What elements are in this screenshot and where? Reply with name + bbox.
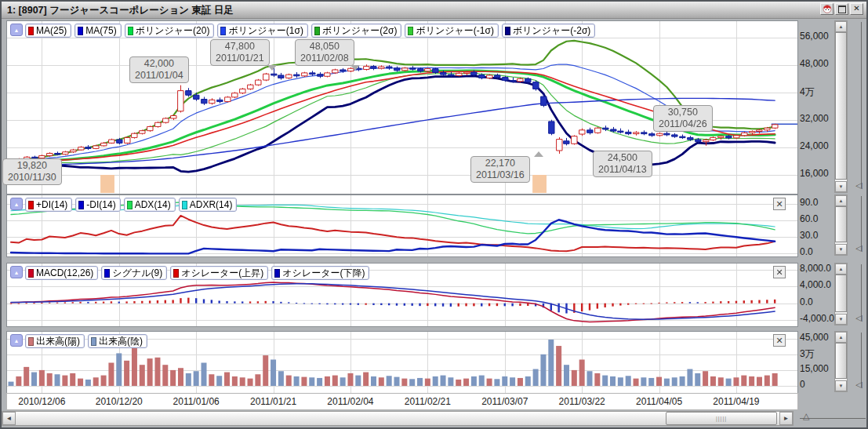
volume-legend-button-0[interactable]: 出来高(陽)	[25, 334, 85, 348]
price-panel-vscrollbar[interactable]: ▲ ▼	[834, 20, 848, 193]
volume-ytick-label: 15,000	[800, 363, 829, 374]
legend-swatch-icon	[220, 27, 226, 35]
macd-ytick-label: -4,000.0	[800, 313, 834, 324]
x-axis-date-label: 2011/02/04	[315, 396, 386, 407]
annotation-callout: 42,0002011/01/04	[129, 56, 189, 83]
mascot-icon[interactable]	[820, 3, 833, 15]
scroll-down-button[interactable]: ▼	[835, 380, 847, 391]
scroll-down-button[interactable]: ▼	[835, 181, 847, 192]
scroll-up-button[interactable]: ▲	[835, 264, 847, 274]
scroll-up-button[interactable]: ▲	[835, 195, 847, 206]
price-ytick-label: 32,000	[800, 113, 829, 124]
hzoom-handle-icon[interactable]: △	[803, 412, 809, 420]
price-ytick-label: 4万	[800, 85, 815, 99]
x-axis-date-label: 2011/03/22	[547, 396, 617, 407]
price-legend-button-3[interactable]: ボリンジャー(1σ)	[217, 24, 307, 38]
close-window-button[interactable]: ✕	[850, 3, 863, 15]
macd-legend-button-0[interactable]: MACD(12,26)	[25, 266, 98, 280]
macd-legend: MACD(12,26)シグナル(9)オシレーター(上昇)オシレーター(下降)	[25, 266, 369, 280]
annotation-price: 24,500	[598, 152, 647, 164]
macd-legend-button-3[interactable]: オシレーター(下降)	[271, 266, 369, 280]
x-axis-date-label: 2011/04/19	[701, 396, 772, 407]
scroll-up-button[interactable]: ▲	[835, 332, 847, 343]
volume-chart-panel: ▲ 出来高(陽)出来高(陰) ✕	[6, 331, 798, 394]
horizontal-scrollbar[interactable]: ◄ ||||| ►	[2, 411, 794, 426]
x-axis-date-label: 2011/02/21	[392, 396, 463, 407]
title-bar[interactable]: 1: [8907] フージャースコーポレーション 東証 日足 ✕	[2, 2, 866, 19]
scroll-down-button[interactable]: ▼	[835, 314, 847, 325]
close-panel-button[interactable]: ✕	[773, 266, 786, 278]
dmi-vzoom-handle-icon[interactable]: ◁	[855, 244, 862, 252]
price-legend-button-2[interactable]: ボリンジャー(20)	[125, 24, 215, 38]
price-ytick-label: 24,000	[800, 140, 829, 151]
legend-swatch-icon	[104, 269, 110, 278]
dmi-legend-button-0[interactable]: +DI(14)	[25, 198, 72, 212]
scroll-up-button[interactable]: ▲	[835, 21, 847, 32]
collapse-panel-button[interactable]: ▲	[10, 334, 23, 347]
close-panel-button[interactable]: ✕	[773, 334, 786, 347]
scroll-right-button[interactable]: ►	[779, 412, 793, 425]
legend-label: ADXR(14)	[190, 199, 233, 210]
collapse-panel-button[interactable]: ▲	[10, 198, 23, 210]
collapse-panel-button[interactable]: ▲	[10, 266, 23, 278]
scroll-left-button[interactable]: ◄	[2, 412, 16, 425]
dmi-panel-vscrollbar[interactable]: ▲ ▼	[834, 195, 848, 256]
legend-label: +DI(14)	[36, 199, 67, 210]
annotation-price: 47,800	[216, 41, 264, 53]
legend-label: シグナル(9)	[112, 267, 162, 280]
legend-swatch-icon	[128, 27, 133, 35]
close-panel-button[interactable]: ✕	[773, 198, 786, 210]
price-legend: MA(25)MA(75)ボリンジャー(20)ボリンジャー(1σ)ボリンジャー(2…	[25, 24, 595, 38]
macd-ytick-label: 0.0	[800, 296, 813, 307]
macd-legend-button-2[interactable]: オシレーター(上昇)	[170, 266, 268, 280]
volume-vzoom-handle-icon[interactable]: ◁	[855, 380, 862, 388]
legend-label: MA(75)	[85, 25, 116, 36]
dmi-legend-button-2[interactable]: ADX(14)	[124, 198, 176, 212]
dmi-ytick-label: 90.0	[800, 197, 818, 208]
volume-panel-vscrollbar[interactable]: ▲ ▼	[834, 331, 848, 392]
legend-swatch-icon	[182, 201, 187, 209]
dmi-legend-button-1[interactable]: -DI(14)	[75, 198, 120, 212]
hzoom-slider[interactable]	[800, 418, 866, 419]
annotation-pointer-icon	[534, 151, 543, 157]
annotation-date: 2011/04/13	[598, 164, 647, 176]
collapse-panel-button[interactable]: ▲	[10, 24, 23, 36]
macd-panel-vscrollbar[interactable]: ▲ ▼	[834, 263, 848, 325]
macd-legend-button-1[interactable]: シグナル(9)	[101, 266, 167, 280]
x-axis-date-label: 2010/12/20	[84, 396, 154, 407]
annotation-price: 19,820	[8, 160, 56, 172]
annotation-callout: 47,8002011/01/21	[210, 39, 270, 66]
scrollbar-thumb[interactable]	[835, 206, 847, 242]
legend-swatch-icon	[91, 337, 96, 346]
dmi-ytick-label: 0.0	[800, 246, 813, 257]
hscrollbar-thumb[interactable]: |||||	[666, 412, 777, 425]
scrollbar-thumb[interactable]	[835, 32, 847, 180]
price-legend-button-6[interactable]: ボリンジャー(-2σ)	[502, 24, 595, 38]
price-vzoom-slider[interactable]	[861, 22, 862, 188]
annotation-callout: 48,0502011/02/08	[295, 39, 354, 66]
legend-label: ボリンジャー(2σ)	[322, 24, 397, 38]
dmi-chart-panel: ▲ +DI(14)-DI(14)ADX(14)ADXR(14) ✕	[6, 195, 798, 257]
price-legend-button-1[interactable]: MA(75)	[74, 24, 121, 38]
annotation-price: 30,750	[659, 107, 707, 118]
price-ytick-label: 56,000	[800, 31, 829, 42]
window-title: 1: [8907] フージャースコーポレーション 東証 日足	[7, 4, 234, 17]
price-legend-button-4[interactable]: ボリンジャー(2σ)	[311, 24, 401, 38]
maximize-button[interactable]	[835, 3, 848, 15]
price-vzoom-handle-icon[interactable]: ◁	[855, 181, 862, 189]
price-legend-button-5[interactable]: ボリンジャー(-1σ)	[405, 24, 498, 38]
annotation-date: 2011/01/04	[135, 70, 183, 82]
annotation-callout: 30,7502011/04/26	[653, 105, 713, 132]
annotation-callout: 19,8202010/11/30	[2, 158, 62, 185]
x-axis-date-label: 2011/01/06	[161, 396, 231, 407]
macd-ytick-label: 4,000.0	[800, 279, 831, 290]
dmi-legend-button-3[interactable]: ADXR(14)	[179, 198, 238, 212]
legend-label: ボリンジャー(-2σ)	[513, 24, 590, 38]
price-legend-button-0[interactable]: MA(25)	[25, 24, 71, 38]
scroll-down-button[interactable]: ▼	[835, 244, 847, 255]
volume-legend-button-1[interactable]: 出来高(陰)	[88, 334, 147, 348]
scrollbar-thumb[interactable]	[835, 343, 847, 379]
legend-swatch-icon	[173, 269, 179, 278]
scrollbar-thumb[interactable]	[835, 274, 847, 312]
macd-vzoom-handle-icon[interactable]: ◁	[855, 314, 862, 322]
